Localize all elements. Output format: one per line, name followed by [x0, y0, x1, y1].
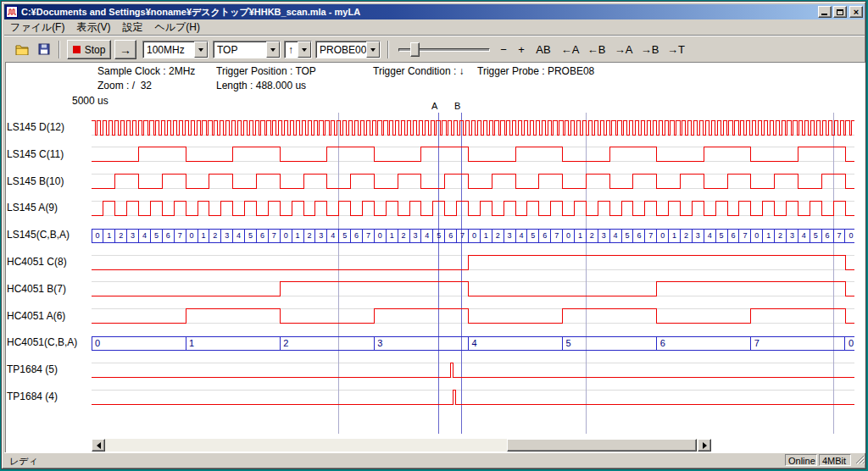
- zoom-out-button[interactable]: −: [495, 42, 512, 58]
- status-online: Online: [785, 454, 817, 466]
- run-button[interactable]: →: [114, 40, 136, 59]
- minimize-button[interactable]: [818, 6, 832, 18]
- set-marker-b-button[interactable]: →B: [637, 42, 662, 58]
- slider-thumb[interactable]: [410, 42, 420, 57]
- stop-button[interactable]: Stop: [67, 40, 111, 59]
- trigger-position-value: TOP: [214, 44, 266, 56]
- goto-marker-a-button[interactable]: ←A: [558, 42, 582, 58]
- toolbar-separator: [387, 41, 389, 58]
- run-arrow-icon: →: [120, 43, 131, 57]
- status-message: レディ: [9, 455, 38, 468]
- scroll-right-button[interactable]: [698, 439, 711, 452]
- app-icon: [6, 6, 18, 18]
- maximize-icon: [837, 9, 843, 15]
- scrollbar-thumb[interactable]: [507, 439, 697, 452]
- goto-marker-b-button[interactable]: ←B: [584, 42, 609, 58]
- menu-file[interactable]: ファイル(F): [4, 19, 70, 36]
- chevron-down-icon[interactable]: [266, 42, 280, 58]
- trigger-probe-value: PROBE00: [316, 44, 366, 56]
- minimize-icon: [821, 14, 827, 15]
- save-button[interactable]: [34, 40, 54, 58]
- chevron-down-icon[interactable]: [194, 42, 208, 58]
- open-file-button[interactable]: [12, 40, 32, 58]
- maximize-button[interactable]: [833, 6, 847, 18]
- stop-icon: [73, 46, 81, 53]
- zoom-in-button[interactable]: +: [513, 42, 530, 58]
- statusbar: レディ Online 4MBit: [4, 452, 865, 466]
- trigger-edge-combo[interactable]: ↑: [284, 41, 312, 58]
- menubar: ファイル(F) 表示(V) 設定 ヘルプ(H): [4, 19, 865, 35]
- ab-button[interactable]: AB: [532, 42, 554, 58]
- sample-rate-combo[interactable]: 100MHz: [142, 41, 209, 58]
- goto-trigger-button[interactable]: →T: [665, 42, 687, 58]
- app-window: C:¥Documents and Settings¥noname¥デスクトップ¥…: [1, 1, 866, 469]
- arrow-right-icon: [703, 442, 710, 449]
- menu-help[interactable]: ヘルプ(H): [148, 19, 206, 36]
- trigger-position-combo[interactable]: TOP: [213, 41, 281, 58]
- close-button[interactable]: ×: [849, 6, 863, 18]
- scroll-left-button[interactable]: [92, 439, 105, 452]
- stop-label: Stop: [85, 44, 106, 56]
- arrow-left-icon: [93, 442, 101, 449]
- status-memory: 4MBit: [819, 454, 851, 466]
- chevron-down-icon[interactable]: [366, 42, 380, 58]
- titlebar[interactable]: C:¥Documents and Settings¥noname¥デスクトップ¥…: [4, 4, 865, 19]
- sample-rate-value: 100MHz: [143, 44, 194, 56]
- window-title: C:¥Documents and Settings¥noname¥デスクトップ¥…: [21, 6, 816, 19]
- trigger-edge-value: ↑: [285, 44, 298, 56]
- chevron-down-icon[interactable]: [298, 42, 311, 58]
- horizontal-scrollbar[interactable]: [92, 439, 711, 452]
- resize-grip[interactable]: [854, 454, 865, 466]
- menu-view[interactable]: 表示(V): [70, 19, 116, 36]
- scrollbar-track[interactable]: [105, 439, 698, 452]
- waveform-area[interactable]: [5, 62, 865, 453]
- menu-settings[interactable]: 設定: [116, 19, 148, 36]
- zoom-slider[interactable]: [397, 42, 492, 58]
- toolbar-separator: [58, 41, 60, 58]
- floppy-save-icon: [38, 43, 50, 55]
- divider: [4, 35, 865, 36]
- set-marker-a-button[interactable]: →A: [611, 42, 636, 58]
- folder-open-icon: [15, 44, 29, 55]
- trigger-probe-combo[interactable]: PROBE00: [315, 41, 381, 58]
